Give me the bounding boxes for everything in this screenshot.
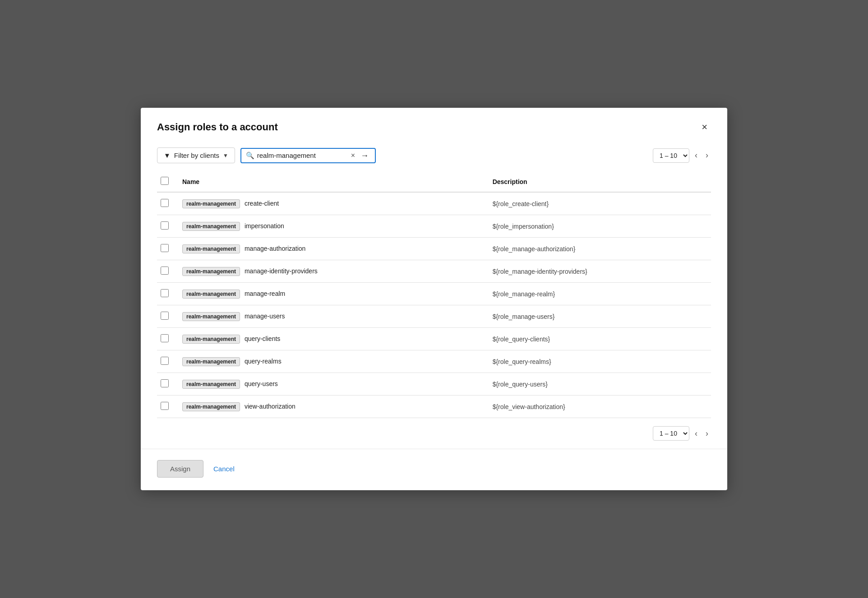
row-description-cell: ${role_query-realms}	[489, 350, 711, 373]
role-name: manage-users	[245, 313, 285, 320]
client-badge: realm-management	[182, 312, 240, 321]
role-name: view-authorization	[245, 403, 295, 410]
table-header-row: Name Description	[157, 171, 711, 192]
row-name-cell: realm-management manage-authorization	[179, 238, 489, 260]
row-description-cell: ${role_manage-users}	[489, 305, 711, 328]
row-description-cell: ${role_manage-realm}	[489, 283, 711, 305]
filter-by-clients-button[interactable]: ▼ Filter by clients ▼	[157, 147, 235, 163]
next-page-button-bottom[interactable]: ›	[703, 427, 711, 440]
row-name-cell: realm-management query-realms	[179, 350, 489, 373]
row-checkbox-cell	[157, 305, 179, 328]
clear-search-button[interactable]: ×	[350, 152, 356, 159]
row-checkbox-cell	[157, 350, 179, 373]
table-body: realm-management create-client ${role_cr…	[157, 192, 711, 418]
role-name: impersonation	[245, 222, 284, 230]
prev-page-button-bottom[interactable]: ‹	[692, 427, 700, 440]
client-badge: realm-management	[182, 199, 240, 208]
row-name-cell: realm-management query-users	[179, 373, 489, 396]
client-badge: realm-management	[182, 290, 240, 299]
role-name: manage-authorization	[245, 245, 305, 252]
table-row: realm-management view-authorization ${ro…	[157, 396, 711, 418]
table-row: realm-management manage-identity-provide…	[157, 260, 711, 283]
cancel-button[interactable]: Cancel	[212, 460, 236, 477]
row-name-cell: realm-management impersonation	[179, 215, 489, 238]
assign-roles-dialog: Assign roles to a account × ▼ Filter by …	[141, 108, 727, 490]
row-checkbox-cell	[157, 260, 179, 283]
row-description-cell: ${role_manage-identity-providers}	[489, 260, 711, 283]
next-page-button-top[interactable]: ›	[703, 149, 711, 162]
role-name: query-realms	[245, 358, 282, 365]
row-checkbox-cell	[157, 215, 179, 238]
close-button[interactable]: ×	[698, 120, 711, 134]
client-badge: realm-management	[182, 244, 240, 253]
table-wrapper: Name Description realm-management create…	[141, 171, 727, 418]
row-checkbox-cell	[157, 396, 179, 418]
row-description-cell: ${role_query-clients}	[489, 328, 711, 350]
chevron-down-icon: ▼	[223, 152, 228, 159]
row-name-cell: realm-management create-client	[179, 192, 489, 215]
row-checkbox-cell	[157, 192, 179, 215]
row-checkbox-cell	[157, 328, 179, 350]
row-checkbox-8[interactable]	[161, 379, 169, 387]
client-badge: realm-management	[182, 222, 240, 231]
client-badge: realm-management	[182, 402, 240, 411]
row-checkbox-3[interactable]	[161, 267, 169, 275]
page-size-select[interactable]: 1 – 10	[653, 148, 689, 163]
row-checkbox-0[interactable]	[161, 199, 169, 207]
table-row: realm-management manage-realm ${role_man…	[157, 283, 711, 305]
assign-button[interactable]: Assign	[157, 460, 203, 478]
row-description-cell: ${role_view-authorization}	[489, 396, 711, 418]
row-checkbox-4[interactable]	[161, 289, 169, 297]
select-all-col	[157, 171, 179, 192]
row-checkbox-cell	[157, 373, 179, 396]
dialog-header: Assign roles to a account ×	[141, 108, 727, 143]
client-badge: realm-management	[182, 357, 240, 366]
prev-page-button-top[interactable]: ‹	[692, 149, 700, 162]
row-name-cell: realm-management manage-users	[179, 305, 489, 328]
dialog-footer: Assign Cancel	[141, 449, 727, 490]
row-checkbox-5[interactable]	[161, 312, 169, 320]
row-name-cell: realm-management manage-identity-provide…	[179, 260, 489, 283]
row-checkbox-6[interactable]	[161, 334, 169, 342]
toolbar: ▼ Filter by clients ▼ 🔍 × → 1 – 10 ‹ ›	[141, 143, 727, 171]
funnel-icon: ▼	[164, 152, 171, 159]
row-checkbox-1[interactable]	[161, 221, 169, 230]
table-row: realm-management impersonation ${role_im…	[157, 215, 711, 238]
row-description-cell: ${role_manage-authorization}	[489, 238, 711, 260]
row-checkbox-7[interactable]	[161, 357, 169, 365]
row-checkbox-cell	[157, 283, 179, 305]
table-row: realm-management manage-users ${role_man…	[157, 305, 711, 328]
filter-label: Filter by clients	[174, 152, 219, 159]
select-all-checkbox[interactable]	[161, 177, 169, 185]
client-badge: realm-management	[182, 380, 240, 389]
role-name: create-client	[245, 200, 279, 207]
row-name-cell: realm-management view-authorization	[179, 396, 489, 418]
search-icon: 🔍	[246, 152, 254, 160]
roles-table: Name Description realm-management create…	[157, 171, 711, 418]
client-badge: realm-management	[182, 267, 240, 276]
table-row: realm-management create-client ${role_cr…	[157, 192, 711, 215]
row-name-cell: realm-management manage-realm	[179, 283, 489, 305]
table-row: realm-management query-realms ${role_que…	[157, 350, 711, 373]
dialog-title: Assign roles to a account	[157, 121, 278, 133]
pagination-bottom: 1 – 10 ‹ ›	[141, 418, 727, 445]
row-description-cell: ${role_create-client}	[489, 192, 711, 215]
client-badge: realm-management	[182, 335, 240, 344]
row-name-cell: realm-management query-clients	[179, 328, 489, 350]
role-name: query-clients	[245, 335, 280, 342]
page-size-select-bottom[interactable]: 1 – 10	[653, 426, 689, 441]
search-input[interactable]	[257, 152, 347, 159]
role-name: manage-identity-providers	[245, 267, 318, 275]
name-column-header: Name	[179, 171, 489, 192]
description-column-header: Description	[489, 171, 711, 192]
go-button[interactable]: →	[359, 152, 370, 160]
role-name: query-users	[245, 380, 278, 387]
table-row: realm-management query-users ${role_quer…	[157, 373, 711, 396]
role-name: manage-realm	[245, 290, 285, 297]
row-checkbox-2[interactable]	[161, 244, 169, 252]
row-checkbox-9[interactable]	[161, 402, 169, 410]
search-wrapper: 🔍 × →	[240, 148, 376, 163]
table-row: realm-management query-clients ${role_qu…	[157, 328, 711, 350]
row-checkbox-cell	[157, 238, 179, 260]
table-row: realm-management manage-authorization ${…	[157, 238, 711, 260]
